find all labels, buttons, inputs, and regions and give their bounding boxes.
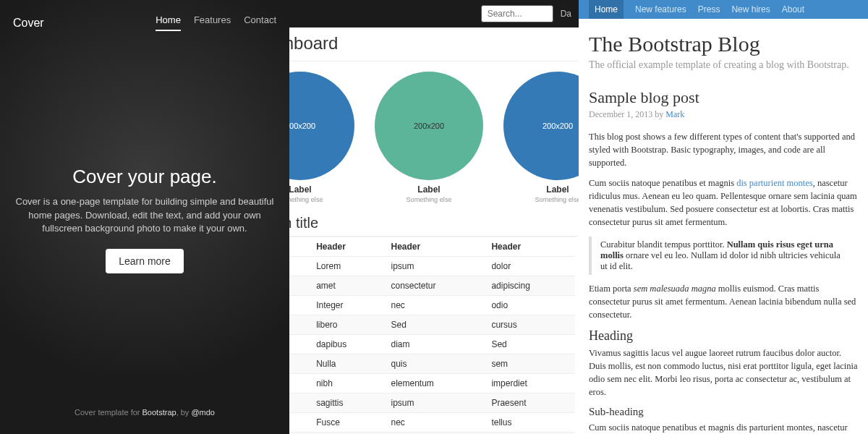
- table-cell: 005: [289, 354, 310, 374]
- dashboard-body: Dashboard 200x200 Label Something else 2…: [289, 27, 579, 434]
- learn-more-button[interactable]: Learn more: [106, 249, 184, 273]
- table-row: 002ametconsecteturadipiscing: [289, 276, 575, 296]
- table-cell: ipsum: [385, 257, 485, 276]
- post-author-link[interactable]: Mark: [665, 109, 684, 119]
- table-row: 007sagittisipsumPraesent: [289, 393, 575, 413]
- circle-sub: Something else: [406, 196, 451, 203]
- blog-body: The Bootstrap Blog The official example …: [579, 19, 868, 434]
- table-cell: sagittis: [310, 393, 385, 413]
- table-row: 003liberoSedcursus: [289, 315, 575, 335]
- table-cell: 008: [289, 413, 310, 433]
- table-cell: tellus: [485, 413, 575, 433]
- table-cell: Praesent: [485, 393, 575, 413]
- table-cell: quis: [385, 354, 485, 374]
- cover-lead: Cover is a one-page template for buildin…: [13, 195, 276, 237]
- circle-placeholder: 200x200: [289, 72, 354, 180]
- table-cell: 002: [289, 276, 310, 296]
- circle-placeholder: 200x200: [503, 72, 579, 180]
- table-cell: Sed: [385, 315, 485, 335]
- circle-label: Label: [371, 184, 487, 195]
- table-cell: Integer: [310, 296, 385, 315]
- table-row: 003Integernecodio: [289, 296, 575, 315]
- cover-footer: Cover template for Bootstrap, by @mdo: [0, 408, 289, 434]
- blog-nav-about[interactable]: About: [782, 4, 804, 14]
- circle-item: 200x200 Label Something else: [371, 72, 487, 203]
- post-subheading: Sub-heading: [589, 406, 858, 418]
- table-cell: 007: [289, 393, 310, 413]
- cover-nav-home[interactable]: Home: [156, 14, 181, 31]
- cover-footer-link[interactable]: Bootstrap: [142, 408, 176, 417]
- post-meta: December 1, 2013 by Mark: [589, 109, 858, 121]
- table-cell: cursus: [485, 315, 575, 335]
- table-cell: Nulla: [310, 354, 385, 374]
- table-cell: amet: [310, 276, 385, 296]
- table-cell: nibh: [310, 374, 385, 393]
- cover-footer-author[interactable]: @mdo: [191, 408, 215, 417]
- table-row: 008Fuscenectellus: [289, 413, 575, 433]
- table-cell: Sed: [485, 335, 575, 354]
- circle-item: 200x200 Label Something else: [500, 72, 579, 203]
- table-cell: dapibus: [310, 335, 385, 354]
- post-p4: Vivamus sagittis lacus vel augue laoreet…: [589, 346, 858, 399]
- cover-nav-links: Home Features Contact: [156, 14, 276, 31]
- post-blockquote: Curabitur blandit tempus porttitor. Null…: [589, 237, 858, 275]
- circle-label: Label: [289, 184, 358, 195]
- table-cell: consectetur: [385, 276, 485, 296]
- circle-sub: Something else: [289, 196, 323, 203]
- post-heading: Heading: [589, 328, 858, 344]
- table-cell: Fusce: [310, 413, 385, 433]
- post-p1: This blog post shows a few different typ…: [589, 130, 858, 169]
- blog-title: The Bootstrap Blog: [589, 32, 858, 56]
- post-title: Sample blog post: [589, 84, 858, 107]
- blog-nav-press[interactable]: Press: [698, 4, 720, 14]
- circle-label: Label: [500, 184, 579, 195]
- table-header: [289, 237, 310, 257]
- dashboard-topbar: Da: [289, 0, 579, 27]
- blog-nav-home[interactable]: Home: [589, 0, 624, 19]
- table-cell: odio: [485, 296, 575, 315]
- table-row: 001Loremipsumdolor: [289, 257, 575, 276]
- post-p5: Cum sociis natoque penatibus et magnis d…: [589, 421, 858, 434]
- table-cell: diam: [385, 335, 485, 354]
- table-header: Header: [485, 237, 575, 257]
- blog-nav: Home New features Press New hires About: [579, 0, 868, 19]
- table-header: Header: [385, 237, 485, 257]
- table-cell: ipsum: [385, 393, 485, 413]
- cover-nav-features[interactable]: Features: [194, 14, 231, 31]
- circle-placeholder: 200x200: [375, 72, 483, 180]
- table-cell: 006: [289, 374, 310, 393]
- post-p3: Etiam porta sem malesuada magna mollis e…: [589, 282, 858, 321]
- table-cell: 003: [289, 315, 310, 335]
- table-row: 006nibhelementumimperdiet: [289, 374, 575, 393]
- table-row: 005Nullaquissem: [289, 354, 575, 374]
- cover-nav: Cover Home Features Contact: [0, 0, 289, 31]
- search-input[interactable]: [481, 5, 553, 22]
- table-cell: dolor: [485, 257, 575, 276]
- table-cell: 004: [289, 335, 310, 354]
- dashboard-circles: 200x200 Label Something else 200x200 Lab…: [289, 61, 579, 209]
- cover-panel: Cover Home Features Contact Cover your p…: [0, 0, 289, 434]
- table-cell: adipiscing: [485, 276, 575, 296]
- table-cell: nec: [385, 413, 485, 433]
- table-cell: 003: [289, 296, 310, 315]
- table-cell: 001: [289, 257, 310, 276]
- cover-main: Cover your page. Cover is a one-page tem…: [0, 31, 289, 408]
- dashboard-top-link[interactable]: Da: [561, 9, 571, 19]
- circle-item: 200x200 Label Something else: [289, 72, 358, 203]
- cover-headline: Cover your page.: [72, 166, 216, 188]
- table-cell: nec: [385, 296, 485, 315]
- blog-nav-newfeat[interactable]: New features: [635, 4, 686, 14]
- table-header: Header: [310, 237, 385, 257]
- post-p2: Cum sociis natoque penatibus et magnis d…: [589, 176, 858, 229]
- table-cell: sem: [485, 354, 575, 374]
- cover-nav-contact[interactable]: Contact: [244, 14, 276, 31]
- dashboard-title: Dashboard: [289, 27, 579, 61]
- blog-nav-newhires[interactable]: New hires: [731, 4, 770, 14]
- table-cell: Lorem: [310, 257, 385, 276]
- post-inline-link[interactable]: dis parturient montes: [736, 178, 813, 188]
- circle-sub: Something else: [535, 196, 579, 203]
- table-cell: imperdiet: [485, 374, 575, 393]
- dashboard-panel: Da Dashboard 200x200 Label Something els…: [289, 0, 579, 434]
- section-title: ection title: [289, 209, 579, 237]
- blog-panel: Home New features Press New hires About …: [579, 0, 868, 434]
